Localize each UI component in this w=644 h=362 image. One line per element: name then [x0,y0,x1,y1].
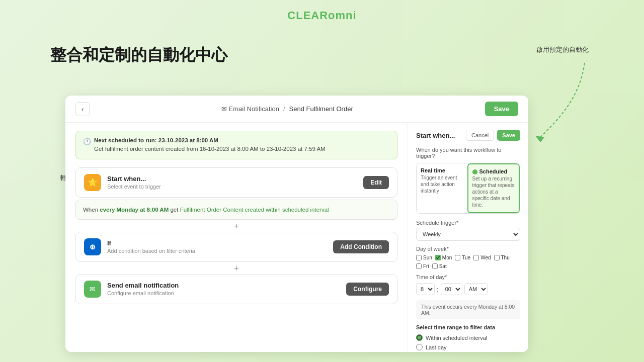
day-of-week-label: Day of week* [416,246,520,252]
step-start-subtitle: Select event to trigger [107,184,357,190]
day-thu[interactable]: Thu [494,255,510,260]
step-email-title: Send email notification [107,282,340,289]
notif-title: Next scheduled to run: 23-10-2023 at 8:0… [94,136,326,145]
notif-body: Get fulfilment order content created fro… [94,145,326,153]
step-email-subtitle: Configure email notification [107,290,340,296]
trigger-toggle: Real time Trigger an event and take acti… [416,163,520,214]
time-separator: : [437,286,439,293]
right-panel: Start when... Cancel Save When do you wa… [408,123,528,352]
page-title: 整合和定制的自動化中心 [50,44,227,66]
step-start-content: Start when... Select event to trigger [107,175,357,190]
tt-realtime-desc: Trigger an event and take action instant… [421,174,463,194]
card-header: ‹ ✉ Email Notification / Send Fulfilment… [65,96,528,123]
breadcrumb-email: ✉ Email Notification [221,105,279,113]
day-tue-checkbox[interactable] [455,255,460,260]
tt-realtime-title: Real time [421,167,463,173]
time-of-day-row: 8 9 : 00 15 30 45 AM PM [416,283,520,295]
rp-cancel-button[interactable]: Cancel [466,130,494,141]
trigger-highlight: every Monday at 8:00 AM [100,207,169,213]
tt-realtime[interactable]: Real time Trigger an event and take acti… [417,163,467,213]
day-wed[interactable]: Wed [473,255,491,260]
schedule-trigger-label: Schedule trigger* [416,220,520,226]
step-start-when: ⭐ Start when... Select event to trigger … [75,167,397,198]
rp-save-button[interactable]: Save [497,130,520,141]
step-if-content: If Add condition based on filter criteri… [107,239,327,254]
step-email-content: Send email notification Configure email … [107,282,340,296]
step-if-icon: ⊕ [84,238,101,255]
day-wed-checkbox[interactable] [473,255,479,260]
rp-title: Start when... [416,132,455,139]
plus-connector-1: + [75,222,397,231]
radio-within-scheduled[interactable]: Within scheduled interval [416,334,520,341]
breadcrumb-sep: / [283,105,285,113]
step-send-email: ✉ Send email notification Configure emai… [75,274,397,304]
minute-select[interactable]: 00 15 30 45 [441,283,462,295]
day-sun-checkbox[interactable] [416,255,422,260]
time-of-day-label: Time of day* [416,274,520,280]
step-email-icon: ✉ [84,281,101,298]
step-start-icon: ⭐ [84,174,101,191]
logo-black: CLEAR [287,9,328,22]
rp-header-buttons: Cancel Save [466,130,520,141]
step-start-title: Start when... [107,175,357,183]
day-sun[interactable]: Sun [416,255,432,260]
tt-scheduled-title: Scheduled [472,168,515,174]
day-fri[interactable]: Fri [416,263,429,269]
day-of-week-row: Sun Mon Tue Wed Thu Fri Sat [416,255,520,269]
day-tue[interactable]: Tue [455,255,470,260]
trigger-prefix: When [83,207,98,213]
svg-marker-0 [535,136,544,142]
day-mon-checkbox[interactable] [435,255,441,260]
plus-connector-2: + [75,264,397,273]
step-if: ⊕ If Add condition based on filter crite… [75,232,397,262]
tt-scheduled-desc: Set up a recurring trigger that repeats … [472,175,515,208]
trigger-info: When every Monday at 8:00 AM get Fulfilm… [75,200,397,220]
day-mon[interactable]: Mon [435,255,452,260]
rp-header: Start when... Cancel Save [416,130,520,141]
back-button[interactable]: ‹ [75,102,90,116]
breadcrumb: ✉ Email Notification / Send Fulfilment O… [221,105,353,113]
day-fri-checkbox[interactable] [416,263,422,269]
breadcrumb-active: Send Fulfilment Order [289,105,353,113]
day-sat[interactable]: Sat [432,263,447,269]
schedule-trigger-select[interactable]: Weekly Daily Monthly [416,228,520,241]
tt-scheduled[interactable]: Scheduled Set up a recurring trigger tha… [467,163,520,213]
workflow-panel: 🕐 Next scheduled to run: 23-10-2023 at 8… [65,123,408,352]
step-if-title: If [107,239,327,247]
rp-question: When do you want this workflow to trigge… [416,147,520,159]
trigger-link: Fulfilment Order Content created within … [180,207,329,213]
card-body: 🕐 Next scheduled to run: 23-10-2023 at 8… [65,123,528,352]
add-condition-button[interactable]: Add Condition [333,240,389,253]
radio-last-day[interactable]: Last day [416,344,520,350]
save-button-header[interactable]: Save [485,102,518,116]
ampm-select[interactable]: AM PM [464,283,488,295]
configure-button[interactable]: Configure [346,283,389,296]
step-if-subtitle: Add condition based on filter criteria [107,248,327,254]
hour-select[interactable]: 8 9 [416,283,435,295]
logo-green: omni [328,9,357,22]
event-info: This event occurs every Monday at 8:00 A… [416,300,520,319]
notif-bar: 🕐 Next scheduled to run: 23-10-2023 at 8… [75,131,397,159]
time-range-label: Select time range to filter data [416,324,520,330]
dashed-arrow-top-right [529,58,590,148]
annotation-top-right: 啟用預定的自動化 [536,45,589,54]
day-sat-checkbox[interactable] [432,263,438,269]
trigger-middle: get [170,207,178,213]
day-thu-checkbox[interactable] [494,255,500,260]
edit-button[interactable]: Edit [363,176,389,189]
main-card: ‹ ✉ Email Notification / Send Fulfilment… [65,96,528,352]
logo: CLEARomni [0,0,644,22]
tt-scheduled-dot [472,169,477,174]
